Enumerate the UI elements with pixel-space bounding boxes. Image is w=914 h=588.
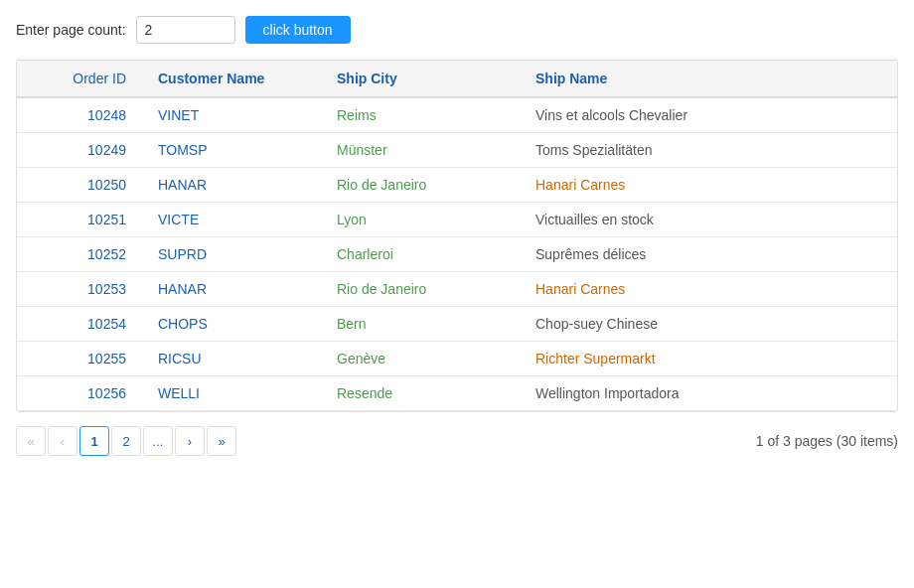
page-1-button[interactable]: 1 — [79, 426, 109, 456]
cell-orderid: 10254 — [17, 307, 146, 342]
page-count-label: Enter page count: — [16, 22, 126, 38]
data-table-container: Order ID Customer Name Ship City Ship Na… — [16, 60, 898, 412]
cell-shipname: Hanari Carnes — [524, 168, 897, 203]
cell-shipname: Hanari Carnes — [524, 272, 897, 307]
click-button[interactable]: click button — [245, 16, 351, 44]
cell-shipname: Victuailles en stock — [524, 203, 897, 237]
cell-city: Genève — [325, 342, 524, 376]
col-header-customer: Customer Name — [146, 61, 325, 97]
cell-customer: RICSU — [146, 342, 325, 376]
cell-city: Resende — [325, 376, 524, 411]
cell-orderid: 10255 — [17, 342, 146, 376]
prev-page-button[interactable]: ‹ — [48, 426, 77, 456]
next-page-button[interactable]: › — [175, 426, 205, 456]
cell-customer: CHOPS — [146, 307, 325, 342]
cell-customer: VICTE — [146, 203, 325, 237]
cell-customer: WELLI — [146, 376, 325, 411]
cell-city: Lyon — [325, 203, 524, 237]
cell-customer: TOMSP — [146, 133, 325, 168]
pagination-bar: « ‹ 1 2 ... › » 1 of 3 pages (30 items) — [16, 422, 898, 460]
table-row: 10252SUPRDCharleroiSuprêmes délices — [17, 237, 897, 272]
cell-customer: SUPRD — [146, 237, 325, 272]
table-row: 10250HANARRio de JaneiroHanari Carnes — [17, 168, 897, 203]
table-row: 10249TOMSPMünsterToms Spezialitäten — [17, 133, 897, 168]
cell-orderid: 10252 — [17, 237, 146, 272]
cell-orderid: 10250 — [17, 168, 146, 203]
top-bar: Enter page count: click button — [16, 16, 898, 44]
cell-city: Münster — [325, 133, 524, 168]
table-row: 10256WELLIResendeWellington Importadora — [17, 376, 897, 411]
cell-city: Bern — [325, 307, 524, 342]
table-row: 10248VINETReimsVins et alcools Chevalier — [17, 97, 897, 133]
table-row: 10251VICTELyonVictuailles en stock — [17, 203, 897, 237]
table-row: 10254CHOPSBernChop-suey Chinese — [17, 307, 897, 342]
cell-orderid: 10248 — [17, 97, 146, 133]
cell-orderid: 10253 — [17, 272, 146, 307]
cell-orderid: 10249 — [17, 133, 146, 168]
cell-shipname: Suprêmes délices — [524, 237, 897, 272]
table-row: 10255RICSUGenèveRichter Supermarkt — [17, 342, 897, 376]
last-page-button[interactable]: » — [207, 426, 236, 456]
cell-shipname: Vins et alcools Chevalier — [524, 97, 897, 133]
pagination-controls: « ‹ 1 2 ... › » — [16, 426, 236, 456]
ellipsis-button: ... — [143, 426, 173, 456]
cell-city: Charleroi — [325, 237, 524, 272]
orders-table: Order ID Customer Name Ship City Ship Na… — [17, 61, 897, 411]
cell-city: Rio de Janeiro — [325, 272, 524, 307]
first-page-button[interactable]: « — [16, 426, 46, 456]
cell-city: Reims — [325, 97, 524, 133]
cell-shipname: Wellington Importadora — [524, 376, 897, 411]
table-header: Order ID Customer Name Ship City Ship Na… — [17, 61, 897, 97]
page-info: 1 of 3 pages (30 items) — [756, 433, 898, 449]
cell-shipname: Richter Supermarkt — [524, 342, 897, 376]
col-header-city: Ship City — [325, 61, 524, 97]
header-row: Order ID Customer Name Ship City Ship Na… — [17, 61, 897, 97]
cell-orderid: 10256 — [17, 376, 146, 411]
page-2-button[interactable]: 2 — [111, 426, 141, 456]
col-header-orderid: Order ID — [17, 61, 146, 97]
col-header-shipname: Ship Name — [524, 61, 897, 97]
cell-customer: VINET — [146, 97, 325, 133]
cell-orderid: 10251 — [17, 203, 146, 237]
cell-customer: HANAR — [146, 168, 325, 203]
table-body: 10248VINETReimsVins et alcools Chevalier… — [17, 97, 897, 411]
table-row: 10253HANARRio de JaneiroHanari Carnes — [17, 272, 897, 307]
cell-city: Rio de Janeiro — [325, 168, 524, 203]
page-count-input[interactable] — [136, 16, 235, 44]
cell-shipname: Chop-suey Chinese — [524, 307, 897, 342]
cell-shipname: Toms Spezialitäten — [524, 133, 897, 168]
cell-customer: HANAR — [146, 272, 325, 307]
